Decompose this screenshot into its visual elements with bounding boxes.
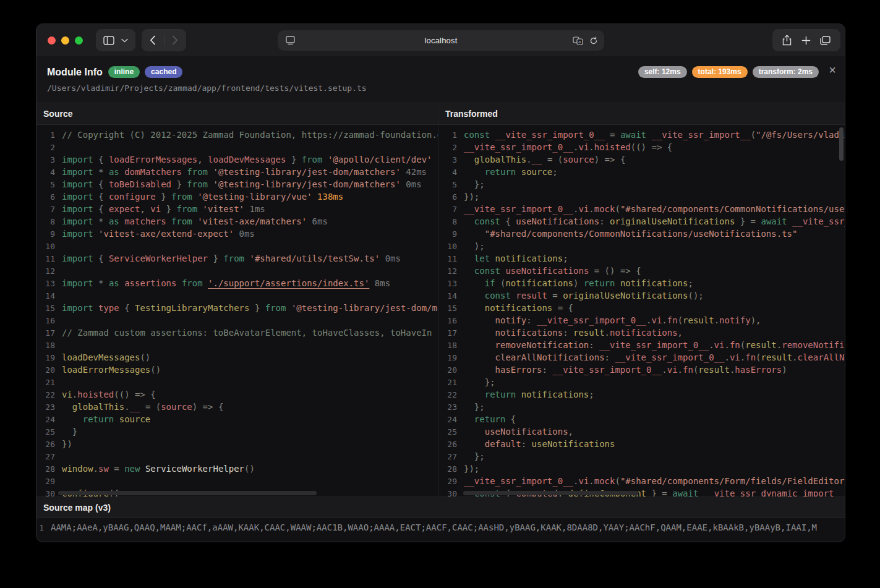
code-line: 20 hasErrors: __vite_ssr_import_0__.vi.f… bbox=[438, 364, 845, 376]
code-token: default bbox=[485, 439, 521, 449]
code-token: vi bbox=[651, 315, 662, 325]
module-link[interactable]: './support/assertions/index.ts' bbox=[208, 278, 369, 288]
code-token: window bbox=[62, 464, 93, 474]
code-token: 'vitest' bbox=[197, 204, 244, 214]
transformed-horizontal-scrollbar[interactable] bbox=[463, 491, 638, 495]
source-code[interactable]: 1// Copyright (C) 2012-2025 Zammad Found… bbox=[36, 125, 438, 496]
chevron-down-icon[interactable] bbox=[121, 38, 128, 43]
code-token: vi bbox=[578, 142, 589, 152]
code-token: { bbox=[93, 204, 109, 214]
code-token: }; bbox=[464, 377, 495, 387]
code-line: 24 return { bbox=[438, 413, 845, 425]
code-line: 2 bbox=[36, 141, 438, 153]
forward-icon[interactable] bbox=[172, 35, 178, 45]
code-token: notify bbox=[495, 315, 527, 325]
transformed-code[interactable]: 1const __vite_ssr_import_0__ = await __v… bbox=[438, 125, 845, 496]
code-token: . bbox=[724, 352, 729, 362]
code-token: __vite_ssr_import_0__ bbox=[464, 204, 573, 214]
code-token: sw bbox=[98, 464, 109, 474]
code-token: loadErrorMessages bbox=[62, 365, 150, 375]
code-token: , bbox=[140, 204, 150, 214]
code-token: return bbox=[485, 390, 516, 399]
minimize-window-button[interactable] bbox=[61, 36, 69, 45]
line-number: 7 bbox=[438, 203, 457, 216]
close-icon[interactable]: × bbox=[829, 64, 836, 76]
code-token: ; bbox=[589, 390, 594, 399]
zoom-window-button[interactable] bbox=[75, 36, 83, 45]
code-token: loadErrorMessages bbox=[109, 155, 197, 164]
code-token: __vite_ssr_import__ bbox=[787, 216, 845, 226]
code-line: 8import * as matchers from 'vitest-axe/m… bbox=[36, 215, 438, 228]
code-token: fn bbox=[683, 365, 693, 375]
code-token: '@testing-library/jest-dom/matchers' bbox=[208, 167, 401, 177]
code-token: type bbox=[93, 303, 119, 313]
code-token: { bbox=[505, 414, 516, 424]
line-number: 1 bbox=[36, 129, 55, 142]
code-token: . bbox=[792, 352, 797, 362]
code-token: source bbox=[161, 402, 192, 412]
code-token: , bbox=[197, 155, 208, 164]
line-number: 27 bbox=[36, 451, 55, 463]
close-window-button[interactable] bbox=[48, 36, 56, 45]
page-settings-icon[interactable] bbox=[286, 36, 295, 45]
code-token: notifications bbox=[490, 254, 563, 263]
code-token: } = bbox=[735, 216, 761, 226]
code-token: globalThis bbox=[474, 155, 526, 164]
code-token: import bbox=[62, 167, 93, 177]
code-token: . bbox=[605, 328, 610, 338]
code-token: 8ms bbox=[369, 278, 390, 288]
code-token: 0ms bbox=[234, 229, 255, 239]
sidebar-toggle-icon[interactable] bbox=[103, 36, 114, 45]
transformed-vertical-scrollbar[interactable] bbox=[839, 127, 844, 161]
code-line: 21 bbox=[36, 376, 438, 388]
line-number: 9 bbox=[438, 228, 457, 241]
module-badges: inlinecached bbox=[108, 66, 183, 78]
code-token: vi bbox=[150, 204, 161, 214]
code-token: notifications bbox=[610, 328, 678, 338]
code-panels: Source 1// Copyright (C) 2012-2025 Zamma… bbox=[36, 103, 845, 496]
code-token: ) => { bbox=[594, 155, 626, 164]
code-token: = bbox=[605, 130, 620, 140]
code-line: 2__vite_ssr_import_0__.vi.hoisted(() => … bbox=[438, 141, 845, 153]
translate-icon[interactable]: a bbox=[573, 36, 583, 45]
line-number: 30 bbox=[36, 488, 55, 496]
code-line: 11import { ServiceWorkerHelper } from '#… bbox=[36, 252, 438, 265]
line-number: 2 bbox=[438, 142, 457, 154]
code-token: } bbox=[249, 303, 265, 313]
code-token: . bbox=[93, 464, 98, 474]
code-token: 1ms bbox=[244, 204, 265, 214]
tab-overview-icon[interactable] bbox=[820, 36, 831, 45]
code-line: 21 }; bbox=[438, 376, 845, 388]
url-text[interactable]: localhost bbox=[278, 36, 604, 45]
code-token: : bbox=[542, 365, 552, 375]
code-token bbox=[464, 216, 474, 226]
reload-icon[interactable] bbox=[589, 36, 598, 45]
code-token: originalUseNotifications bbox=[563, 291, 688, 300]
share-icon[interactable] bbox=[782, 35, 792, 46]
code-token: ( bbox=[740, 340, 745, 350]
code-token: __vite_ssr_import_0__ bbox=[552, 365, 662, 375]
line-number: 21 bbox=[438, 377, 457, 389]
address-bar[interactable]: localhost a bbox=[278, 30, 604, 51]
code-token: clearAllNotifications bbox=[798, 352, 845, 362]
code-token: . bbox=[678, 365, 683, 375]
code-token bbox=[464, 266, 474, 276]
code-line: 24 return source bbox=[36, 413, 438, 425]
code-token: ( bbox=[678, 315, 683, 325]
back-icon[interactable] bbox=[150, 35, 156, 45]
line-number: 23 bbox=[36, 401, 55, 414]
module-path: /Users/vladimir/Projects/zammad/app/fron… bbox=[47, 83, 367, 93]
code-token: ServiceWorkerHelper bbox=[109, 254, 208, 263]
code-token bbox=[464, 365, 495, 375]
code-token: , bbox=[678, 328, 683, 338]
new-tab-icon[interactable] bbox=[801, 36, 811, 45]
code-token: vi bbox=[578, 476, 589, 486]
code-token bbox=[464, 167, 485, 177]
source-horizontal-scrollbar[interactable] bbox=[58, 491, 317, 495]
line-number: 8 bbox=[438, 216, 457, 228]
code-line: 25 } bbox=[36, 425, 438, 438]
code-token: ( bbox=[756, 352, 761, 362]
code-token: useNotifications bbox=[500, 266, 589, 276]
code-token: : bbox=[526, 315, 537, 325]
code-line: 1AAMA;AAeA,yBAAG,QAAQ,MAAM;AACf,aAAW,KAA… bbox=[36, 521, 845, 534]
